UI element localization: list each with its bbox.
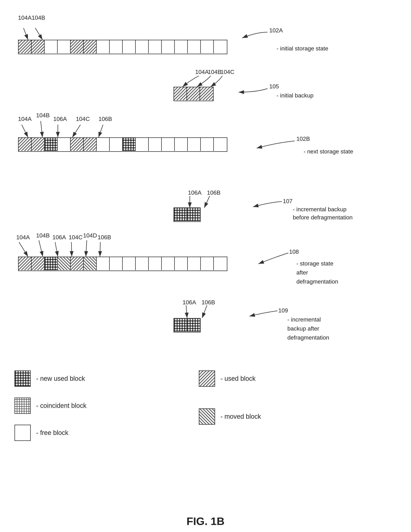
blk-free-5 <box>149 138 162 151</box>
block-free-9 <box>175 40 188 53</box>
ref-106a-fin: 106A <box>182 299 196 306</box>
ref-106a-next: 106A <box>53 116 67 122</box>
label-storage-after-line3: defragmentation <box>296 278 338 285</box>
block-used-mid2 <box>84 40 97 53</box>
label-incremental-after-line2: backup after <box>287 325 319 332</box>
blk-free-4 <box>136 138 149 151</box>
ref-106b-incbefore: 106B <box>207 189 220 196</box>
ref-104d-defrag: 104D <box>83 232 97 239</box>
legend-moved-icon <box>199 408 215 425</box>
ref-106b-defrag: 106B <box>98 234 111 241</box>
storage-row-108 <box>18 256 227 271</box>
blk-new-2 <box>123 138 136 151</box>
block-used-mid1 <box>71 40 84 53</box>
storage-row-102b <box>18 137 227 152</box>
legend-free-icon <box>14 425 31 441</box>
block-free-11 <box>201 40 214 53</box>
blk-used-3 <box>71 138 84 151</box>
bk109-2 <box>187 319 200 332</box>
d-free9 <box>201 257 214 270</box>
blk-free-3 <box>110 138 123 151</box>
backup-block-used-1 <box>174 87 187 100</box>
blk-used-1 <box>19 138 32 151</box>
blk-free-1 <box>58 138 71 151</box>
block-free-12 <box>214 40 227 53</box>
d-free4 <box>136 257 149 270</box>
legend-free: - free block <box>14 425 86 441</box>
d-blk2 <box>32 257 45 270</box>
d-free3 <box>123 257 136 270</box>
d-blk1 <box>19 257 32 270</box>
legend-left: - new used block - coincident block - fr… <box>14 370 86 441</box>
ref-104b-backup: 104B <box>208 69 221 75</box>
fig-label: FIG. 1B <box>187 515 224 527</box>
label-incremental-after-line1: - incremental <box>287 316 321 323</box>
legend-new-used-label: - new used block <box>36 375 85 382</box>
ref-105: 105 <box>269 83 279 90</box>
legend-used-icon <box>199 370 215 387</box>
label-storage-after-line1: - storage state <box>296 260 334 267</box>
ref-104b-top: 104B <box>32 14 45 21</box>
legend-coincident: - coincident block <box>14 398 86 414</box>
backup-109 <box>173 318 201 332</box>
bk107-new2 <box>187 208 200 221</box>
backup-107 <box>173 208 201 222</box>
blk-new-1 <box>45 138 58 151</box>
ref-104b-defrag: 104B <box>36 232 50 239</box>
ref-106b-fin: 106B <box>201 299 215 306</box>
d-blk5 <box>71 257 84 270</box>
backup-block-used-2 <box>187 87 200 100</box>
ref-104c-defrag: 104C <box>69 234 83 241</box>
ref-106b-next: 106B <box>98 116 112 122</box>
ref-104b-next: 104B <box>36 112 50 119</box>
label-storage-after-line2: after <box>296 269 308 276</box>
blk-free-2 <box>97 138 110 151</box>
d-blk4 <box>58 257 71 270</box>
label-initial-storage: - initial storage state <box>277 45 328 52</box>
blk-used-2 <box>32 138 45 151</box>
block-free-1 <box>45 40 58 53</box>
d-free2 <box>110 257 123 270</box>
diagram-container: 104A 104B 102A - initial storage state 1… <box>0 0 411 532</box>
d-free1 <box>97 257 110 270</box>
legend-used-label: - used block <box>220 375 256 382</box>
legend-new-used: - new used block <box>14 370 86 387</box>
label-next-storage: - next storage state <box>304 148 353 155</box>
d-blk6 <box>84 257 97 270</box>
d-free7 <box>175 257 188 270</box>
legend-free-label: - free block <box>36 429 68 437</box>
blk-free-9 <box>201 138 214 151</box>
ref-104a-next: 104A <box>18 116 32 122</box>
legend-new-used-icon <box>14 370 31 387</box>
legend-coincident-icon <box>14 398 31 414</box>
d-free10 <box>214 257 227 270</box>
block-free-8 <box>162 40 175 53</box>
ref-104c-backup: 104C <box>220 69 234 75</box>
block-free-5 <box>123 40 136 53</box>
ref-104c-next: 104C <box>76 116 90 122</box>
legend-moved-label: - moved block <box>220 413 261 420</box>
label-incremental-before-line1: - incremental backup <box>293 206 346 213</box>
bk109-1 <box>174 319 187 332</box>
block-free-6 <box>136 40 149 53</box>
ref-108: 108 <box>289 248 299 255</box>
block-used-104a <box>19 40 32 53</box>
block-free-2 <box>58 40 71 53</box>
bk107-new <box>174 208 187 221</box>
storage-row-102a <box>18 40 227 54</box>
legend-coincident-label: - coincident block <box>36 402 86 409</box>
block-used-104b <box>32 40 45 53</box>
label-incremental-after-line3: defragmentation <box>287 334 329 341</box>
ref-107: 107 <box>283 198 292 205</box>
d-free6 <box>162 257 175 270</box>
block-free-7 <box>149 40 162 53</box>
ref-106a-defrag: 106A <box>52 234 66 241</box>
legend-used: - used block <box>199 370 261 387</box>
ref-104a-backup: 104A <box>195 69 209 75</box>
ref-109: 109 <box>278 307 288 314</box>
legend-moved: - moved block <box>199 408 261 425</box>
ref-102a: 102A <box>269 27 283 34</box>
backup-105 <box>173 87 214 101</box>
blk-free-7 <box>175 138 188 151</box>
ref-104a-top: 104A <box>18 14 32 21</box>
